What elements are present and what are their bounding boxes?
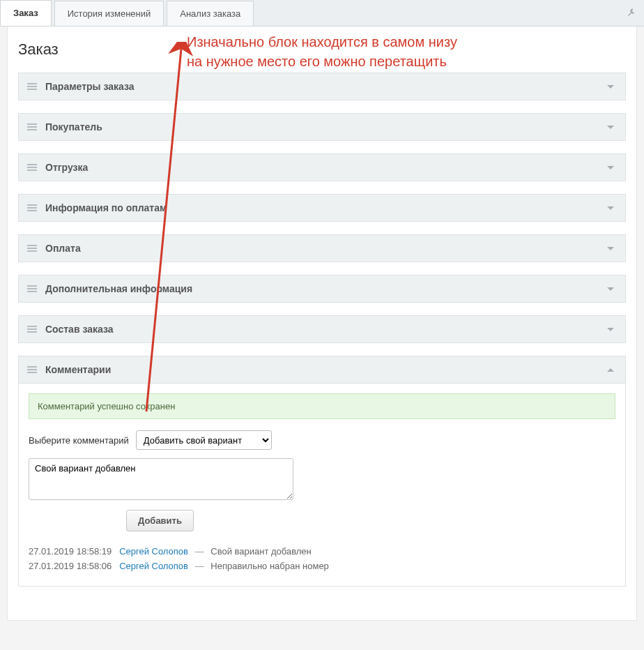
drag-handle-icon[interactable] xyxy=(27,82,38,91)
comment-ts: 27.01.2019 18:58:06 xyxy=(29,561,112,571)
comment-row: 27.01.2019 18:58:06 Сергей Солопов — Неп… xyxy=(29,559,615,573)
comment-text: Неправильно набран номер xyxy=(210,561,329,571)
success-message: Комментарий успешно сохранен xyxy=(29,393,615,419)
panel-header-buyer[interactable]: Покупатель xyxy=(18,113,626,141)
comment-ts: 27.01.2019 18:58:19 xyxy=(29,546,112,557)
chevron-down-icon xyxy=(607,247,614,250)
chevron-down-icon xyxy=(607,287,614,291)
panel-header-comments[interactable]: Комментарии xyxy=(18,356,626,384)
panel-header-contents[interactable]: Состав заказа xyxy=(18,315,626,343)
chevron-up-icon xyxy=(607,368,614,372)
panel-title-params: Параметры заказа xyxy=(45,81,607,92)
drag-handle-icon[interactable] xyxy=(27,244,38,252)
panel-comments: Комментарии Комментарий успешно сохранен… xyxy=(18,356,626,587)
panel-header-shipment[interactable]: Отгрузка xyxy=(18,153,626,181)
panel-header-payment[interactable]: Оплата xyxy=(18,234,626,262)
chevron-down-icon xyxy=(607,206,614,210)
chevron-down-icon xyxy=(607,328,614,331)
panel-title-contents: Состав заказа xyxy=(45,324,607,335)
main-content: Заказ Параметры заказа Покупатель Отгруз… xyxy=(7,27,637,621)
panel-payment: Оплата xyxy=(18,234,626,262)
panel-header-additional[interactable]: Дополнительная информация xyxy=(18,275,626,303)
chevron-down-icon xyxy=(607,126,614,129)
add-button[interactable]: Добавить xyxy=(126,510,194,531)
panel-params: Параметры заказа xyxy=(18,73,626,100)
chevron-down-icon xyxy=(607,166,614,169)
comment-textarea[interactable] xyxy=(29,458,293,500)
panel-header-payment-info[interactable]: Информация по оплатам xyxy=(18,194,626,222)
panel-additional: Дополнительная информация xyxy=(18,275,626,303)
panel-title-buyer: Покупатель xyxy=(45,121,607,133)
tabs-bar: Заказ История изменений Анализ заказа xyxy=(0,0,644,27)
tab-order[interactable]: Заказ xyxy=(0,0,52,26)
comment-sep: — xyxy=(195,546,204,557)
drag-handle-icon[interactable] xyxy=(27,204,38,212)
panel-contents: Состав заказа xyxy=(18,315,626,343)
comment-log: 27.01.2019 18:58:19 Сергей Солопов — Сво… xyxy=(29,544,615,573)
panel-title-shipment: Отгрузка xyxy=(45,162,607,173)
pin-icon[interactable] xyxy=(626,8,637,19)
comment-sep: — xyxy=(195,561,204,571)
comment-row: 27.01.2019 18:58:19 Сергей Солопов — Сво… xyxy=(29,544,615,559)
panel-payment-info: Информация по оплатам xyxy=(18,194,626,222)
drag-handle-icon[interactable] xyxy=(27,123,38,131)
drag-handle-icon[interactable] xyxy=(27,365,38,374)
panel-title-payment-info: Информация по оплатам xyxy=(45,202,607,213)
panel-buyer: Покупатель xyxy=(18,113,626,141)
panel-header-params[interactable]: Параметры заказа xyxy=(18,73,626,100)
panel-title-payment: Оплата xyxy=(45,243,607,254)
tab-history[interactable]: История изменений xyxy=(54,1,164,26)
comment-select[interactable]: Добавить свой вариант xyxy=(136,430,272,450)
tab-analysis[interactable]: Анализ заказа xyxy=(167,1,254,26)
panel-title-comments: Комментарии xyxy=(45,364,607,375)
panel-body-comments: Комментарий успешно сохранен Выберите ко… xyxy=(18,384,626,587)
panel-shipment: Отгрузка xyxy=(18,153,626,181)
comment-author[interactable]: Сергей Солопов xyxy=(119,546,188,557)
drag-handle-icon[interactable] xyxy=(27,325,38,333)
comment-text: Свой вариант добавлен xyxy=(210,546,312,557)
comment-author[interactable]: Сергей Солопов xyxy=(119,561,188,571)
panel-title-additional: Дополнительная информация xyxy=(45,283,607,294)
drag-handle-icon[interactable] xyxy=(27,163,38,172)
page-title: Заказ xyxy=(18,40,626,59)
chevron-down-icon xyxy=(607,85,614,89)
drag-handle-icon[interactable] xyxy=(27,285,38,293)
comment-select-label: Выберите комментарий xyxy=(29,435,129,446)
